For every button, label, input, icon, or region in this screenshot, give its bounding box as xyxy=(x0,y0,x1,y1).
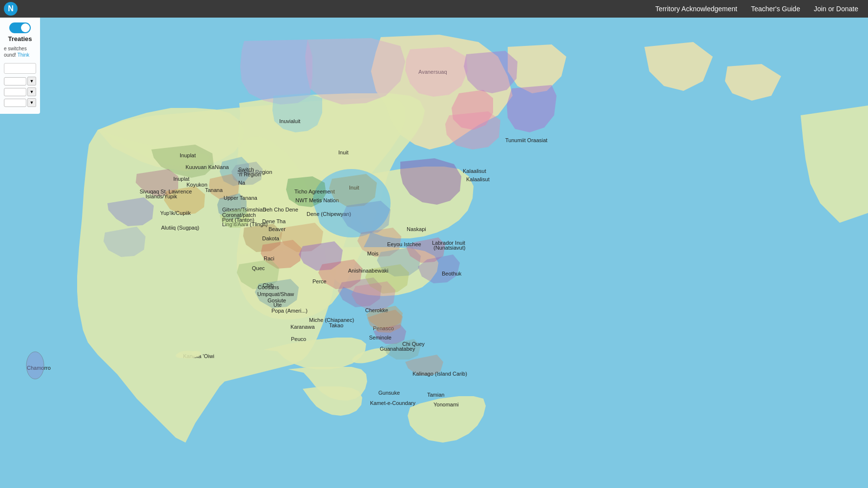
territory-acknowledgement-link[interactable]: Territory Acknowledgement xyxy=(655,5,737,13)
dropdown-row-3: ▼ xyxy=(4,98,36,107)
think-link[interactable]: Think xyxy=(18,52,29,58)
dropdown-arrow-2[interactable]: ▼ xyxy=(27,87,36,96)
sidebar-panel: Treaties e switches ound! Think ▼ ▼ ▼ xyxy=(0,18,40,114)
territory-label-tunumiit: Tunumiit Oraasiat xyxy=(505,137,547,143)
map-svg[interactable]: Avanersuaq Inuvialuit Tunumiit Oraasiat … xyxy=(0,18,868,488)
treaties-toggle-row xyxy=(4,22,36,33)
treaties-label: Treaties xyxy=(4,35,36,42)
site-logo[interactable]: N xyxy=(4,2,18,16)
join-donate-link[interactable]: Join or Donate xyxy=(814,5,858,13)
sidebar-note: e switches ound! Think xyxy=(4,45,36,58)
dropdown-arrow-3[interactable]: ▼ xyxy=(27,98,36,107)
territory-label-takao: Takao xyxy=(329,322,343,328)
territory-label-tamian: Tamian xyxy=(427,392,444,398)
treaties-toggle[interactable] xyxy=(9,22,31,33)
dropdown-arrow-1[interactable]: ▼ xyxy=(27,77,36,85)
dropdown-select-2[interactable] xyxy=(4,88,26,96)
dropdown-select-1[interactable] xyxy=(4,77,26,85)
dropdown-row-2: ▼ xyxy=(4,87,36,96)
svg-point-5 xyxy=(176,353,184,358)
map-container[interactable]: Avanersuaq Inuvialuit Tunumiit Oraasiat … xyxy=(0,18,868,488)
svg-point-6 xyxy=(191,351,201,357)
teachers-guide-link[interactable]: Teacher's Guide xyxy=(751,5,800,13)
territory-label-kamet: Kamet-e-Coundary xyxy=(370,400,415,406)
dropdown-row-1: ▼ xyxy=(4,77,36,85)
dropdown-select-3[interactable] xyxy=(4,99,26,107)
territory-label-kalaalisut1: Kalaalisut xyxy=(463,168,486,174)
search-input[interactable] xyxy=(4,63,36,74)
territory-label-gunsuke: Gunsuke xyxy=(378,390,400,396)
top-navigation: N Territory Acknowledgement Teacher's Gu… xyxy=(0,0,868,18)
